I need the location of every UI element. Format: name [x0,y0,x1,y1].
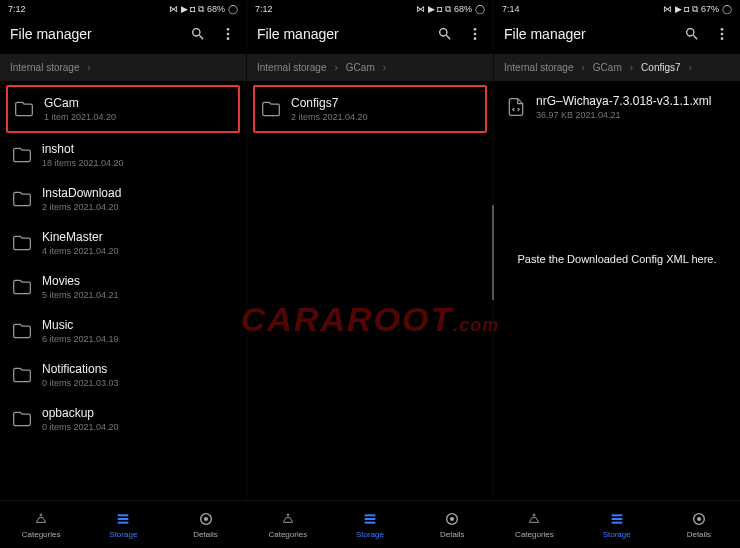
item-meta: 0 items 2021.04.20 [42,422,234,432]
instruction-text: Paste the Downloaded Config XML here. [494,253,740,265]
storage-icon [115,511,131,527]
file-list: GCam1 item 2021.04.20inshot18 items 2021… [0,81,246,500]
panel-1: 7:12⋈ ▶ ◘ ⧉ 68% ◯File managerInternal st… [247,0,494,500]
breadcrumb-item[interactable]: Internal storage [10,62,80,73]
categories-icon [280,511,296,527]
nav-label: Storage [109,530,137,539]
item-meta: 18 items 2021.04.20 [42,158,234,168]
status-bar: 7:12⋈ ▶ ◘ ⧉ 68% ◯ [0,0,246,18]
status-battery: 68% [454,4,472,14]
chevron-right-icon: › [383,62,386,73]
item-name: KineMaster [42,230,234,244]
folder-icon [12,145,32,165]
search-icon[interactable] [437,26,453,42]
item-name: Notifications [42,362,234,376]
item-name: Music [42,318,234,332]
categories-icon [33,511,49,527]
battery-ring-icon: ◯ [475,4,485,14]
folder-icon [12,233,32,253]
folder-icon [14,99,34,119]
nav-group: CategoriesStorageDetails [493,501,740,548]
status-bar: 7:12⋈ ▶ ◘ ⧉ 68% ◯ [247,0,493,18]
storage-icon [362,511,378,527]
folder-icon [12,321,32,341]
item-name: inshot [42,142,234,156]
nav-categories[interactable]: Categories [493,501,575,548]
folder-icon [12,409,32,429]
nav-label: Storage [603,530,631,539]
item-meta: 2 items 2021.04.20 [42,202,234,212]
breadcrumb-item[interactable]: Internal storage [257,62,327,73]
file-list: nrG–Wichaya-7.3.018-v3.1.1.xml36.97 KB 2… [494,81,740,500]
details-icon [198,511,214,527]
status-icons: ⋈ ▶ ◘ ⧉ [169,4,204,15]
chevron-right-icon: › [335,62,338,73]
title-bar: File manager [0,18,246,54]
chevron-right-icon: › [582,62,585,73]
status-time: 7:14 [502,4,520,14]
list-item[interactable]: opbackup0 items 2021.04.20 [6,397,240,441]
list-item[interactable]: InstaDownload2 items 2021.04.20 [6,177,240,221]
nav-storage[interactable]: Storage [329,501,411,548]
chevron-right-icon: › [630,62,633,73]
item-meta: 1 item 2021.04.20 [44,112,232,122]
nav-storage[interactable]: Storage [576,501,658,548]
list-item[interactable]: nrG–Wichaya-7.3.018-v3.1.1.xml36.97 KB 2… [500,85,734,129]
breadcrumb-item[interactable]: Configs7 [641,62,680,73]
nav-details[interactable]: Details [411,501,493,548]
breadcrumb-item[interactable]: GCam [346,62,375,73]
nav-storage[interactable]: Storage [82,501,164,548]
nav-group: CategoriesStorageDetails [247,501,494,548]
nav-categories[interactable]: Categories [247,501,329,548]
list-item[interactable]: Movies5 items 2021.04.21 [6,265,240,309]
list-item[interactable]: Configs72 items 2021.04.20 [253,85,487,133]
nav-label: Categories [268,530,307,539]
more-icon[interactable] [714,26,730,42]
breadcrumb-item[interactable]: Internal storage [504,62,574,73]
more-icon[interactable] [467,26,483,42]
status-icons: ⋈ ▶ ◘ ⧉ [416,4,451,15]
more-icon[interactable] [220,26,236,42]
search-icon[interactable] [684,26,700,42]
folder-icon [12,189,32,209]
details-icon [691,511,707,527]
file-list: Configs72 items 2021.04.20 [247,81,493,500]
battery-ring-icon: ◯ [228,4,238,14]
status-time: 7:12 [255,4,273,14]
item-name: Configs7 [291,96,479,110]
list-item[interactable]: inshot18 items 2021.04.20 [6,133,240,177]
breadcrumb: Internal storage›GCam›Configs7› [494,54,740,81]
list-item[interactable]: Music6 items 2021.04.19 [6,309,240,353]
nav-details[interactable]: Details [164,501,246,548]
item-name: nrG–Wichaya-7.3.018-v3.1.1.xml [536,94,728,108]
status-battery: 67% [701,4,719,14]
panel-0: 7:12⋈ ▶ ◘ ⧉ 68% ◯File managerInternal st… [0,0,247,500]
list-item[interactable]: GCam1 item 2021.04.20 [6,85,240,133]
breadcrumb: Internal storage›GCam› [247,54,493,81]
nav-label: Storage [356,530,384,539]
status-battery: 68% [207,4,225,14]
folder-icon [12,277,32,297]
page-title: File manager [504,26,586,42]
item-name: Movies [42,274,234,288]
item-meta: 36.97 KB 2021.04.21 [536,110,728,120]
status-bar: 7:14⋈ ▶ ◘ ⧉ 67% ◯ [494,0,740,18]
battery-ring-icon: ◯ [722,4,732,14]
nav-label: Details [193,530,217,539]
status-icons: ⋈ ▶ ◘ ⧉ [663,4,698,15]
page-title: File manager [257,26,339,42]
breadcrumb-item[interactable]: GCam [593,62,622,73]
folder-icon [12,365,32,385]
file-xml-icon [506,97,526,117]
list-item[interactable]: KineMaster4 items 2021.04.20 [6,221,240,265]
search-icon[interactable] [190,26,206,42]
nav-group: CategoriesStorageDetails [0,501,247,548]
list-item[interactable]: Notifications0 items 2021.03.03 [6,353,240,397]
nav-categories[interactable]: Categories [0,501,82,548]
nav-label: Categories [515,530,554,539]
categories-icon [526,511,542,527]
nav-label: Details [440,530,464,539]
title-bar: File manager [247,18,493,54]
nav-details[interactable]: Details [658,501,740,548]
item-meta: 5 items 2021.04.21 [42,290,234,300]
